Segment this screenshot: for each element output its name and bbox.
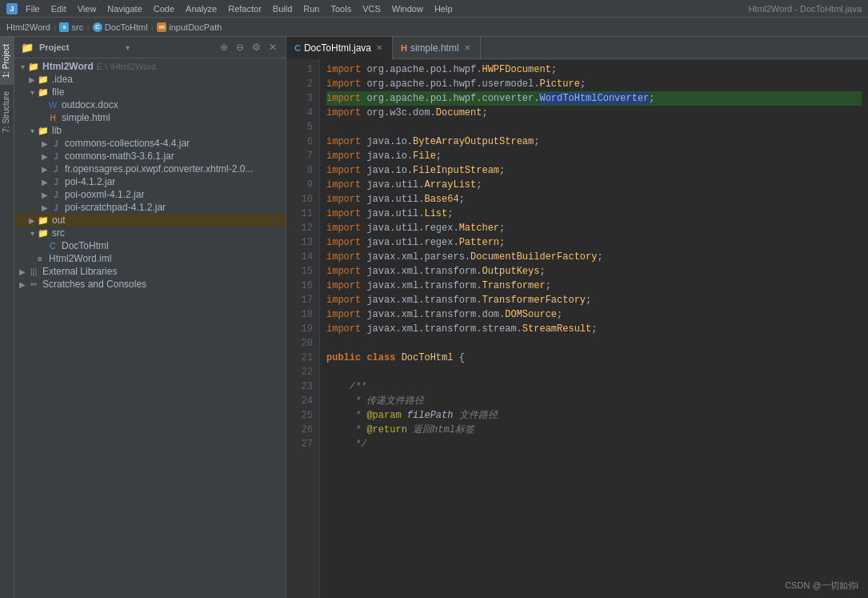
tree-item-opensagres[interactable]: ▶ J fr.opensagres.poi.xwpf.converter.xht… <box>14 163 286 175</box>
code-line-7: import java.io.File; <box>326 149 862 163</box>
panel-expand-btn[interactable]: ⊕ <box>218 40 230 54</box>
code-line-4: import org.w3c.dom.Document; <box>326 106 862 120</box>
tree-item-html2word[interactable]: ▾ 📁 Html2Word E:\ \Html2Word <box>14 60 286 73</box>
editor-area: C DocToHtml.java ✕ H simple.html ✕ 12345… <box>286 37 868 598</box>
panel-close-btn[interactable]: ✕ <box>266 40 279 54</box>
code-line-26: * @return 返回html标签 <box>326 423 862 437</box>
menu-refactor[interactable]: Refactor <box>228 4 262 14</box>
tree-item-iml[interactable]: ≡ Html2Word.iml <box>14 252 286 265</box>
code-line-9: import java.util.ArrayList; <box>326 178 862 192</box>
code-content[interactable]: import org.apache.poi.hwpf.HWPFDocument;… <box>320 59 868 598</box>
tab-doctohtml[interactable]: C DocToHtml.java ✕ <box>286 37 393 59</box>
breadcrumb: Html2Word › s src › C DocToHtml › m inpu… <box>0 18 868 37</box>
window-title: Html2Word - DocToHtml.java <box>748 4 862 14</box>
tree-item-poi-ooxml[interactable]: ▶ J poi-ooxml-4.1.2.jar <box>14 188 286 201</box>
code-line-14: import javax.xml.parsers.DocumentBuilder… <box>326 250 862 264</box>
menu-view[interactable]: View <box>78 4 97 14</box>
menu-tools[interactable]: Tools <box>330 4 351 14</box>
side-tab-structure[interactable]: 7: Structure <box>0 84 14 139</box>
editor-tabs: C DocToHtml.java ✕ H simple.html ✕ <box>286 37 868 59</box>
panel-collapse-btn[interactable]: ⊖ <box>234 40 246 54</box>
code-line-11: import java.util.List; <box>326 207 862 221</box>
tree-item-file[interactable]: ▾ 📁 file <box>14 86 286 98</box>
tree-item-commons-math3[interactable]: ▶ J commons-math3-3.6.1.jar <box>14 150 286 163</box>
tree-item-external-libraries[interactable]: ▶ ||| External Libraries <box>14 265 286 278</box>
tree-item-idea[interactable]: ▶ 📁 .idea <box>14 73 286 86</box>
breadcrumb-item-1[interactable]: Html2Word <box>6 22 50 32</box>
code-line-23: /** <box>326 379 862 394</box>
tree-item-outdocx[interactable]: W outdocx.docx <box>14 98 286 111</box>
code-line-3: import org.apache.poi.hwpf.converter.Wor… <box>326 91 862 106</box>
breadcrumb-item-3[interactable]: C DocToHtml <box>93 22 148 32</box>
app-icon: J <box>6 3 18 14</box>
tree-item-lib[interactable]: ▾ 📁 lib <box>14 124 286 137</box>
tree-item-poi[interactable]: ▶ J poi-4.1.2.jar <box>14 175 286 188</box>
menu-edit[interactable]: Edit <box>51 4 66 14</box>
breadcrumb-item-2[interactable]: s src <box>59 22 83 32</box>
menu-navigate[interactable]: Navigate <box>107 4 142 14</box>
menu-vcs[interactable]: VCS <box>362 4 381 14</box>
main-layout: 1: Project 7: Structure 📁 Project ▾ ⊕ ⊖ … <box>0 37 868 598</box>
tree-item-simple-html[interactable]: H simple.html <box>14 111 286 124</box>
tab-doctohtml-label: DocToHtml.java <box>304 42 371 54</box>
code-line-15: import javax.xml.transform.OutputKeys; <box>326 264 862 279</box>
project-panel: 📁 Project ▾ ⊕ ⊖ ⚙ ✕ ▾ 📁 Html2Word E:\ \H… <box>14 37 286 598</box>
tab-close-simplehtml[interactable]: ✕ <box>462 42 472 53</box>
tab-close-doctohtml[interactable]: ✕ <box>374 42 384 53</box>
tree-item-commons-collections[interactable]: ▶ J commons-collections4-4.4.jar <box>14 137 286 150</box>
panel-settings-btn[interactable]: ⚙ <box>250 40 263 54</box>
line-numbers: 12345 678910 1112131415 1617181920 21222… <box>286 59 320 598</box>
code-line-25: * @param filePath 文件路径 <box>326 408 862 423</box>
tree-item-scratches[interactable]: ▶ ✏ Scratches and Consoles <box>14 278 286 291</box>
tab-simplehtml[interactable]: H simple.html ✕ <box>393 37 481 59</box>
code-line-5 <box>326 120 862 134</box>
code-line-8: import java.io.FileInputStream; <box>326 163 862 178</box>
project-tree[interactable]: ▾ 📁 Html2Word E:\ \Html2Word ▶ 📁 .idea ▾… <box>14 58 286 598</box>
tab-simplehtml-label: simple.html <box>410 42 459 54</box>
menu-code[interactable]: Code <box>154 4 174 14</box>
project-panel-header: 📁 Project ▾ ⊕ ⊖ ⚙ ✕ <box>14 37 286 58</box>
chevron-down-icon[interactable]: ▾ <box>126 43 130 52</box>
menu-run[interactable]: Run <box>303 4 319 14</box>
code-line-13: import java.util.regex.Pattern; <box>326 235 862 250</box>
code-editor: 12345 678910 1112131415 1617181920 21222… <box>286 59 868 598</box>
project-panel-title: Project <box>39 42 121 52</box>
menu-help[interactable]: Help <box>434 4 453 14</box>
menu-window[interactable]: Window <box>392 4 423 14</box>
code-line-18: import javax.xml.transform.dom.DOMSource… <box>326 307 862 322</box>
code-line-2: import org.apache.poi.hwpf.usermodel.Pic… <box>326 77 862 91</box>
code-line-17: import javax.xml.transform.TransformerFa… <box>326 293 862 307</box>
tab-java-icon: C <box>294 43 301 53</box>
menu-build[interactable]: Build <box>273 4 292 14</box>
tree-item-out[interactable]: ▶ 📁 out <box>14 214 286 227</box>
menu-bar: File Edit View Navigate Code Analyze Ref… <box>26 4 453 14</box>
side-tabs: 1: Project 7: Structure <box>0 37 14 598</box>
breadcrumb-item-4[interactable]: m inputDocPath <box>157 22 222 32</box>
menu-file[interactable]: File <box>26 4 40 14</box>
code-line-6: import java.io.ByteArrayOutputStream; <box>326 134 862 149</box>
code-line-19: import javax.xml.transform.stream.Stream… <box>326 322 862 336</box>
code-line-22 <box>326 365 862 379</box>
menu-analyze[interactable]: Analyze <box>186 4 217 14</box>
code-line-12: import java.util.regex.Matcher; <box>326 221 862 235</box>
code-line-16: import javax.xml.transform.Transformer; <box>326 279 862 293</box>
titlebar: J File Edit View Navigate Code Analyze R… <box>0 0 868 18</box>
tab-html-icon: H <box>401 43 407 53</box>
side-tab-project[interactable]: 1: Project <box>0 37 14 84</box>
code-line-27: */ <box>326 437 862 452</box>
tree-item-src[interactable]: ▾ 📁 src <box>14 227 286 239</box>
tree-item-doctohtmlclass[interactable]: C DocToHtml <box>14 239 286 252</box>
watermark: CSDN @一切如你i <box>785 580 858 592</box>
code-line-10: import java.util.Base64; <box>326 192 862 207</box>
tree-item-poi-scratchpad[interactable]: ▶ J poi-scratchpad-4.1.2.jar <box>14 201 286 214</box>
code-line-24: * 传递文件路径 <box>326 394 862 408</box>
code-line-1: import org.apache.poi.hwpf.HWPFDocument; <box>326 62 862 77</box>
code-line-20 <box>326 336 862 351</box>
code-line-21: public class DocToHtml { <box>326 351 862 365</box>
